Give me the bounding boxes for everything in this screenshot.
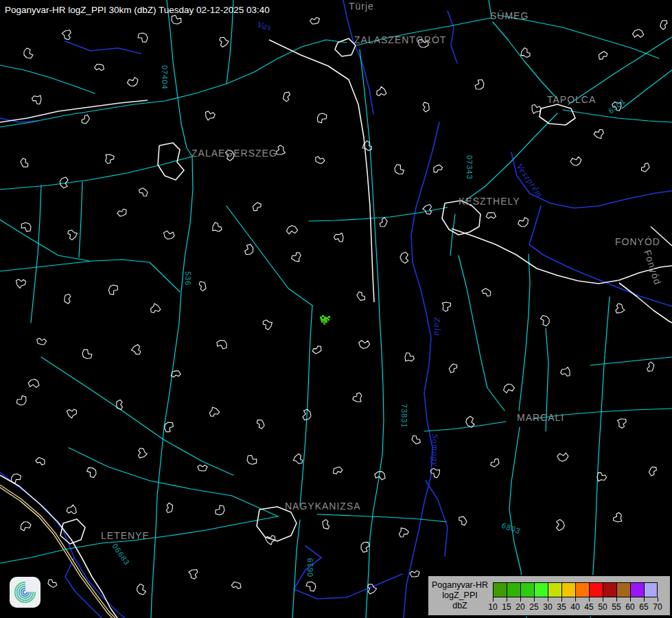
village-outline [14, 276, 27, 288]
river-line [65, 558, 102, 618]
village-outline [246, 453, 258, 466]
village-outline [332, 466, 343, 474]
city-label: ZALAEGERSZEG [192, 148, 277, 159]
village-outline [472, 78, 486, 91]
city-label: ZALASZENTGRÓT [354, 34, 446, 45]
village-outline [65, 504, 78, 516]
village-outline [256, 418, 265, 429]
radar-title: Poganyvar-HR logZ_PPI 30km (dbZ) Tuesday… [5, 5, 270, 15]
village-outline [448, 363, 459, 374]
tick-mark [630, 597, 631, 602]
road-lines [0, 0, 672, 618]
village-outline [481, 287, 493, 298]
village-outline [430, 468, 440, 478]
echo-cell [327, 319, 329, 321]
tick-label: 10 [488, 602, 497, 612]
road-line [31, 185, 41, 323]
legend-swatch [589, 582, 603, 597]
village-outline [231, 581, 242, 591]
village-outline [617, 417, 629, 429]
echo-cell [324, 317, 326, 319]
river-line [65, 41, 141, 54]
city-label: LETENYE [101, 530, 150, 541]
legend-swatch [644, 582, 658, 597]
village-outline [188, 568, 200, 580]
road-line [227, 206, 312, 306]
radar-map[interactable]: SÜMEGTürjeZALASZENTGRÓTTAPOLCAZALAEGERSZ… [0, 0, 672, 618]
boundary-line [257, 507, 297, 541]
road-line [69, 448, 278, 516]
road-number-label: 73831 [400, 404, 408, 428]
road-line [424, 422, 506, 431]
legend-swatch [603, 582, 616, 597]
village-outline [216, 338, 229, 352]
village-outline [35, 456, 47, 466]
county-label: Zala [432, 317, 443, 336]
tick-label: 45 [584, 602, 593, 612]
village-outline [612, 512, 623, 523]
county-label: Vas [256, 19, 273, 32]
village-outline [613, 302, 625, 314]
tick-mark [589, 597, 590, 602]
river-line [404, 122, 439, 618]
village-outline [553, 518, 566, 531]
village-outline [61, 28, 73, 41]
road-number-label: 06683 [111, 542, 131, 566]
village-outline [333, 232, 345, 244]
colorbar-swatches [493, 582, 658, 597]
village-outline [489, 458, 501, 468]
village-outline [213, 504, 227, 516]
village-outline [20, 157, 29, 168]
city-label: TAPOLCA [547, 94, 596, 105]
road-line [309, 207, 448, 221]
village-outline [81, 347, 93, 360]
village-outline [458, 515, 467, 527]
village-outline [165, 503, 174, 514]
road-line [590, 357, 672, 365]
village-outline [399, 528, 409, 538]
road-line [519, 254, 530, 411]
tick-mark [603, 597, 603, 602]
village-outline [116, 400, 123, 410]
boundary-line [619, 283, 672, 323]
road-number-label: 07343 [465, 155, 474, 180]
road-line [563, 110, 672, 122]
road-number-label: 6301 [607, 97, 627, 115]
road-line [167, 0, 192, 157]
village-outline [353, 393, 362, 402]
city-label: MARCALI [517, 412, 564, 423]
tick-mark [507, 597, 507, 602]
village-outline [251, 201, 263, 211]
boundary-line [0, 100, 148, 122]
village-outline [217, 36, 229, 48]
river-lines [0, 0, 672, 618]
tick-mark [534, 597, 535, 602]
village-outline [20, 220, 33, 233]
boundary-line [158, 143, 184, 180]
tick-label: 70 [653, 602, 662, 612]
legend-swatch [493, 582, 507, 597]
legend-parameter: logZ_PPI [428, 591, 491, 601]
legend-panel: Poganyvar-HR logZ_PPI dbZ 10152025303540… [427, 575, 671, 617]
echo-cell [320, 317, 322, 319]
village-outline [127, 77, 138, 87]
village-outline [312, 345, 323, 354]
echo-cell [325, 321, 327, 323]
road-line [317, 514, 446, 522]
boundary-line [269, 40, 374, 302]
road-line [0, 40, 347, 127]
village-outline [659, 19, 669, 30]
tick-label: 15 [502, 602, 511, 612]
village-outline [80, 114, 91, 125]
road-line [0, 260, 180, 292]
legend-swatch [520, 582, 534, 597]
village-outline [521, 47, 531, 58]
village-outline [632, 27, 645, 40]
echo-cell [323, 323, 325, 325]
village-outline [107, 284, 120, 296]
village-outline [518, 217, 529, 227]
village-outline [373, 469, 387, 483]
app-logo[interactable] [9, 576, 41, 608]
village-outline [375, 87, 387, 99]
village-outline [323, 519, 329, 529]
